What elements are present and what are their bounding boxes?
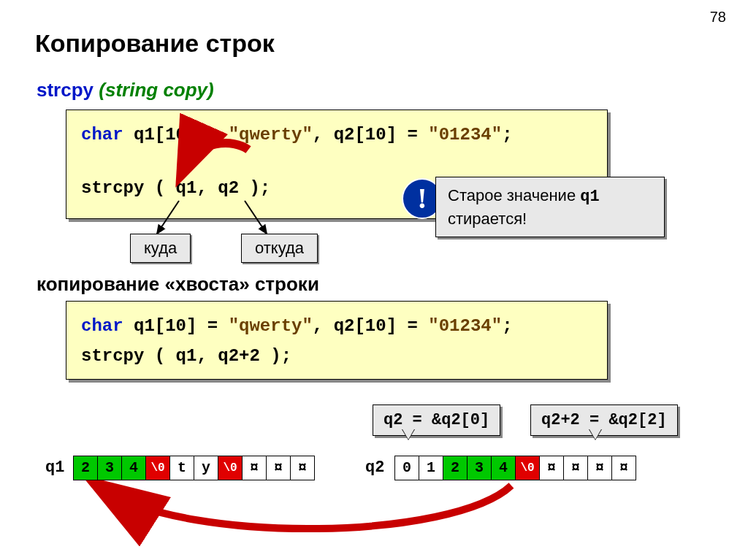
mem-cell: ¤ bbox=[267, 456, 291, 480]
speech-q2-base: q2 = &q2[0] bbox=[373, 404, 500, 436]
mem-cell: ¤ bbox=[243, 456, 267, 480]
mem-cell: 1 bbox=[419, 456, 443, 480]
mem-cell: \0 bbox=[516, 456, 540, 480]
strcpy-name: strcpy bbox=[37, 79, 94, 101]
mem-label-q1: q1 bbox=[45, 459, 64, 477]
mem-cell: 4 bbox=[122, 456, 146, 480]
code1-line1: char q1[10] = "qwerty", q2[10] = "01234"… bbox=[81, 120, 592, 150]
code-box-2: char q1[10] = "qwerty", q2[10] = "01234"… bbox=[66, 301, 608, 380]
mem-cell: y bbox=[194, 456, 218, 480]
page-title: Копирование строк bbox=[35, 29, 275, 58]
section-subtitle: strcpy (string copy) bbox=[37, 79, 214, 101]
mem-cell: 0 bbox=[395, 456, 419, 480]
code2-line2: strcpy ( q1, q2+2 ); bbox=[81, 342, 592, 372]
mem-cell: 2 bbox=[443, 456, 468, 480]
page-number: 78 bbox=[710, 9, 726, 26]
mem-cell: \0 bbox=[218, 456, 243, 480]
mem-cell: t bbox=[170, 456, 194, 480]
strcpy-desc: (string copy) bbox=[94, 79, 214, 101]
warning-callout: Старое значение q1 стирается! bbox=[435, 177, 665, 237]
mem-cell: 3 bbox=[98, 456, 122, 480]
mem-cell: ¤ bbox=[612, 456, 636, 480]
code2-line1: char q1[10] = "qwerty", q2[10] = "01234"… bbox=[81, 312, 592, 342]
mem-cell: ¤ bbox=[291, 456, 314, 480]
memory-row-q2: 01234\0¤¤¤¤ bbox=[394, 456, 636, 480]
label-src: откуда bbox=[241, 234, 318, 263]
section-tail-copy: копирование «хвоста» строки bbox=[37, 273, 319, 296]
mem-cell: 2 bbox=[74, 456, 98, 480]
mem-cell: ¤ bbox=[564, 456, 588, 480]
mem-cell: \0 bbox=[146, 456, 170, 480]
mem-cell: ¤ bbox=[588, 456, 612, 480]
mem-cell: ¤ bbox=[540, 456, 564, 480]
label-dest: куда bbox=[130, 234, 191, 263]
speech-q2-offset: q2+2 = &q2[2] bbox=[530, 404, 678, 436]
memory-row-q1: 234\0ty\0¤¤¤ bbox=[73, 456, 315, 480]
mem-cell: 4 bbox=[492, 456, 516, 480]
mem-label-q2: q2 bbox=[365, 459, 384, 477]
mem-cell: 3 bbox=[468, 456, 492, 480]
